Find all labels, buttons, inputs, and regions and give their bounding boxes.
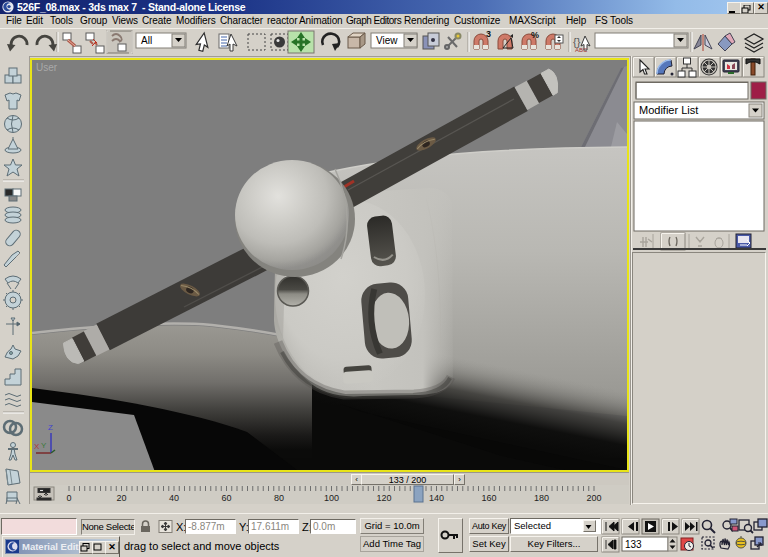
svg-text:Z: Z (48, 423, 53, 432)
svg-text:100: 100 (324, 493, 339, 503)
svg-text:0: 0 (66, 493, 71, 503)
svg-text:20: 20 (116, 493, 126, 503)
svg-text:Y: Y (41, 441, 47, 450)
svg-text:User: User (36, 62, 58, 73)
svg-text:Modifier List: Modifier List (639, 104, 698, 116)
svg-text:200: 200 (586, 493, 601, 503)
svg-text:60: 60 (221, 493, 231, 503)
svg-text:X: X (34, 442, 40, 451)
svg-text:40: 40 (169, 493, 179, 503)
svg-text:3: 3 (486, 29, 491, 39)
svg-text:View: View (376, 35, 398, 46)
svg-text:160: 160 (481, 493, 496, 503)
svg-text:140: 140 (429, 493, 444, 503)
svg-text:ABC: ABC (575, 47, 588, 53)
svg-text:120: 120 (376, 493, 391, 503)
svg-text:180: 180 (534, 493, 549, 503)
svg-text:%: % (531, 30, 539, 40)
svg-text:133: 133 (625, 539, 642, 550)
svg-text:80: 80 (274, 493, 284, 503)
svg-text:All: All (141, 35, 152, 46)
